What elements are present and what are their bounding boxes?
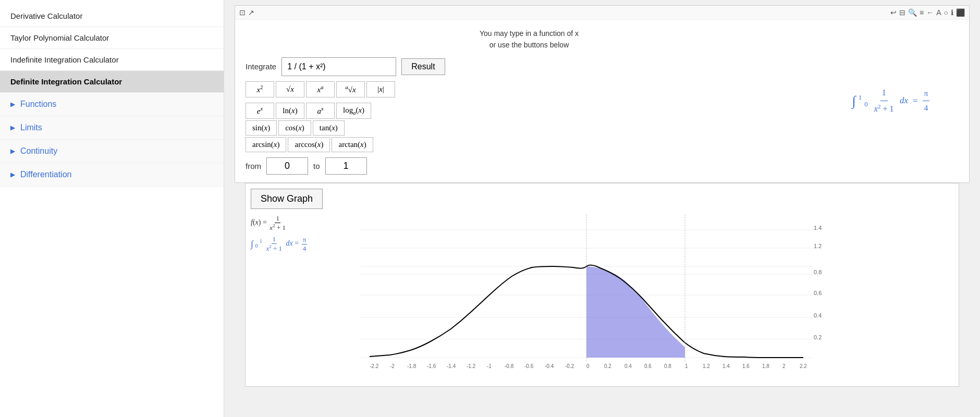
calc-toolbar: ⊡ ↗ ↩ ⊟ 🔍 ≡ ← A ○ ℹ ⬛ <box>235 6 969 20</box>
svg-text:-1.2: -1.2 <box>467 363 476 369</box>
calc-body: You may type in a function of x or use t… <box>235 20 969 182</box>
svg-text:-1.6: -1.6 <box>427 363 436 369</box>
svg-text:0.8: 0.8 <box>664 363 671 369</box>
svg-text:-2: -2 <box>390 363 395 369</box>
sidebar-section-functions[interactable]: ▶ Functions <box>0 93 224 116</box>
sidebar-item-indefinite[interactable]: Indefinite Integration Calculator <box>0 49 224 71</box>
svg-text:2: 2 <box>782 363 786 369</box>
svg-text:0.4: 0.4 <box>624 363 632 369</box>
math-btn-arctan[interactable]: arctan(x) <box>332 137 373 152</box>
integrate-input[interactable] <box>281 57 396 76</box>
graph-svg: 1.4 1.2 0.8 0.6 0.4 0.2 -2.2 <box>360 214 908 381</box>
zoom-icon[interactable]: 🔍 <box>908 8 917 17</box>
svg-text:-0.4: -0.4 <box>545 363 554 369</box>
toolbar-right: ↩ ⊟ 🔍 ≡ ← A ○ ℹ ⬛ <box>890 8 965 17</box>
sidebar-section-functions-label: Functions <box>20 100 56 109</box>
undo-icon[interactable]: ↩ <box>890 8 897 17</box>
show-graph-button[interactable]: Show Graph <box>251 189 323 209</box>
math-buttons-row2: ex ln(x) ax loga(x) <box>246 103 371 119</box>
expand-icon[interactable]: ↗ <box>248 8 254 17</box>
svg-text:0.6: 0.6 <box>814 290 822 296</box>
sidebar-section-limits[interactable]: ▶ Limits <box>0 116 224 140</box>
svg-text:-0.2: -0.2 <box>565 363 574 369</box>
calculator-panel: ⊡ ↗ ↩ ⊟ 🔍 ≡ ← A ○ ℹ ⬛ You may type in a … <box>235 5 970 183</box>
sidebar-section-continuity-label: Continuity <box>20 146 57 156</box>
chevron-right-icon: ▶ <box>10 101 15 108</box>
math-btn-xa[interactable]: xa <box>306 81 335 97</box>
sidebar-item-definite[interactable]: Definite Integration Calculator <box>0 71 224 93</box>
hint-text: You may type in a function of x or use t… <box>246 28 813 51</box>
math-btn-ln[interactable]: ln(x) <box>276 103 304 119</box>
math-btn-cos[interactable]: cos(x) <box>278 120 311 136</box>
math-btn-loga[interactable]: loga(x) <box>336 103 371 119</box>
math-buttons-row4: arcsin(x) arccos(x) arctan(x) <box>246 137 373 152</box>
svg-text:-0.8: -0.8 <box>505 363 514 369</box>
resize-icon[interactable]: ⊡ <box>239 8 246 17</box>
sidebar-section-differentiation[interactable]: ▶ Differentiation <box>0 163 224 187</box>
split-icon[interactable]: ⊟ <box>899 8 905 17</box>
graph-result-formula: ∫ 0 1 1 x2 + 1 dx = π 4 <box>251 235 345 253</box>
svg-text:1.4: 1.4 <box>814 225 822 231</box>
sidebar-item-taylor[interactable]: Taylor Polynomial Calculator <box>0 27 224 49</box>
svg-text:-1: -1 <box>487 363 492 369</box>
svg-text:-2.2: -2.2 <box>370 363 379 369</box>
sidebar-section-limits-label: Limits <box>20 123 42 132</box>
from-label: from <box>246 162 261 170</box>
info-icon[interactable]: ℹ <box>951 8 953 17</box>
calc-input-area: You may type in a function of x or use t… <box>246 28 813 175</box>
math-btn-sin[interactable]: sin(x) <box>246 120 277 136</box>
math-btn-nthroot[interactable]: a√x <box>336 81 365 97</box>
from-to-row: from to <box>246 157 813 175</box>
integrate-label: Integrate <box>246 62 276 71</box>
toolbar-left: ⊡ ↗ <box>239 8 254 17</box>
svg-text:1.4: 1.4 <box>722 363 730 369</box>
chevron-right-icon: ▶ <box>10 148 15 155</box>
math-buttons-row3: sin(x) cos(x) tan(x) <box>246 120 345 136</box>
graph-container: 1.4 1.2 0.8 0.6 0.4 0.2 -2.2 <box>360 214 953 381</box>
svg-text:0.6: 0.6 <box>644 363 652 369</box>
svg-text:1.2: 1.2 <box>814 243 822 249</box>
svg-text:1.2: 1.2 <box>703 363 710 369</box>
menu-icon[interactable]: ≡ <box>920 8 924 17</box>
svg-text:1.6: 1.6 <box>742 363 750 369</box>
math-btn-arcsin[interactable]: arcsin(x) <box>246 137 286 152</box>
result-math-display: ∫ 1 0 1 x2 + 1 dx = π 4 <box>852 85 930 117</box>
sidebar-section-differentiation-label: Differentiation <box>20 170 71 179</box>
text-icon[interactable]: A <box>936 8 941 17</box>
main-content: ⊡ ↗ ↩ ⊟ 🔍 ≡ ← A ○ ℹ ⬛ You may type in a … <box>224 0 980 417</box>
svg-text:0.2: 0.2 <box>814 334 822 340</box>
svg-text:1: 1 <box>685 363 688 369</box>
from-input[interactable] <box>266 157 308 175</box>
svg-text:0: 0 <box>586 363 590 369</box>
svg-text:-0.6: -0.6 <box>524 363 534 369</box>
export-icon[interactable]: ⬛ <box>956 8 965 17</box>
arrow-left-icon[interactable]: ← <box>926 8 934 17</box>
math-btn-x2[interactable]: x2 <box>246 81 274 97</box>
svg-text:1.8: 1.8 <box>762 363 769 369</box>
math-btn-ax[interactable]: ax <box>306 103 335 119</box>
circle-icon[interactable]: ○ <box>944 8 948 17</box>
chevron-right-icon: ▶ <box>10 171 15 178</box>
result-button[interactable]: Result <box>401 58 445 75</box>
math-btn-exp[interactable]: ex <box>246 103 274 119</box>
result-display: ∫ 1 0 1 x2 + 1 dx = π 4 <box>823 28 959 175</box>
sidebar-item-derivative[interactable]: Derivative Calculator <box>0 5 224 27</box>
math-btn-sqrt[interactable]: √x <box>276 81 304 97</box>
sidebar: Derivative Calculator Taylor Polynomial … <box>0 0 224 417</box>
math-btn-arccos[interactable]: arccos(x) <box>288 137 330 152</box>
graph-area: Show Graph f(x) = 1 x2 + 1 ∫ 0 1 1 x2 + … <box>245 183 959 387</box>
svg-text:0.8: 0.8 <box>814 269 822 275</box>
to-label: to <box>313 162 320 170</box>
sidebar-section-continuity[interactable]: ▶ Continuity <box>0 140 224 163</box>
chevron-right-icon: ▶ <box>10 124 15 131</box>
svg-text:0.4: 0.4 <box>814 312 822 318</box>
math-buttons-row1: x2 √x xa a√x |x| <box>246 81 395 97</box>
svg-text:2.2: 2.2 <box>800 363 807 369</box>
integrate-row: Integrate Result <box>246 57 813 76</box>
svg-text:0.2: 0.2 <box>604 363 611 369</box>
math-btn-abs[interactable]: |x| <box>366 81 395 97</box>
svg-text:-1.4: -1.4 <box>447 363 456 369</box>
to-input[interactable] <box>325 157 367 175</box>
shaded-area <box>586 266 685 358</box>
math-btn-tan[interactable]: tan(x) <box>313 120 345 136</box>
